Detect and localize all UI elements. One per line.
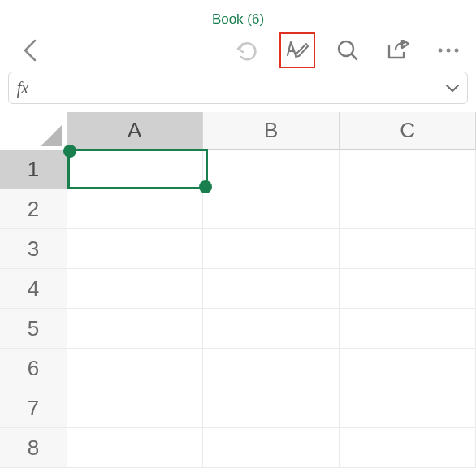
cell-c8[interactable] (340, 428, 476, 468)
svg-point-5 (447, 49, 451, 53)
cell-c5[interactable] (340, 309, 476, 349)
cell-b8[interactable] (203, 428, 340, 468)
cell-c3[interactable] (340, 229, 476, 269)
edit-button[interactable] (285, 39, 309, 62)
cell-a1[interactable] (67, 150, 203, 189)
cell-a6[interactable] (67, 349, 203, 388)
cell-a8[interactable] (67, 428, 203, 468)
cell-b7[interactable] (203, 388, 340, 428)
cell-c2[interactable] (340, 189, 476, 229)
row-header-7[interactable]: 7 (0, 388, 67, 428)
back-button[interactable] (18, 37, 44, 63)
svg-line-2 (352, 54, 357, 59)
svg-marker-7 (41, 125, 62, 146)
row-header-8[interactable]: 8 (0, 428, 67, 468)
formula-input[interactable] (37, 72, 438, 103)
column-header-b[interactable]: B (203, 112, 340, 150)
back-icon (23, 39, 39, 62)
workbook-title: Book (6) (212, 11, 264, 28)
edit-icon (285, 39, 309, 62)
cell-c6[interactable] (340, 349, 476, 388)
undo-button[interactable] (234, 37, 260, 63)
column-header-a[interactable]: A (67, 112, 203, 150)
row-header-2[interactable]: 2 (0, 189, 67, 229)
share-button[interactable] (385, 37, 411, 63)
svg-point-6 (455, 49, 459, 53)
chevron-down-icon (445, 83, 460, 93)
cell-b5[interactable] (203, 309, 340, 349)
row-header-6[interactable]: 6 (0, 349, 67, 388)
cell-c7[interactable] (340, 388, 476, 428)
row-header-4[interactable]: 4 (0, 269, 67, 309)
select-all-icon (41, 125, 62, 146)
spreadsheet: A B C 1 2 3 4 5 (0, 112, 476, 468)
cell-a5[interactable] (67, 309, 203, 349)
search-button[interactable] (335, 37, 361, 63)
row-header-5[interactable]: 5 (0, 309, 67, 349)
edit-highlight (279, 32, 315, 68)
cell-a7[interactable] (67, 388, 203, 428)
cell-b6[interactable] (203, 349, 340, 388)
cell-a4[interactable] (67, 269, 203, 309)
select-all-corner[interactable] (0, 112, 67, 150)
undo-icon (235, 39, 259, 62)
row-header-1[interactable]: 1 (0, 150, 67, 189)
cell-b3[interactable] (203, 229, 340, 269)
svg-point-4 (439, 49, 443, 53)
search-icon (336, 39, 359, 62)
formula-expand-button[interactable] (438, 72, 467, 103)
row-header-3[interactable]: 3 (0, 229, 67, 269)
cell-c4[interactable] (340, 269, 476, 309)
share-icon (386, 40, 410, 61)
cell-c1[interactable] (340, 150, 476, 189)
cell-b1[interactable] (203, 150, 340, 189)
more-button[interactable] (435, 37, 461, 63)
cell-b4[interactable] (203, 269, 340, 309)
column-header-c[interactable]: C (340, 112, 476, 150)
cell-a3[interactable] (67, 229, 203, 269)
fx-label: fx (9, 79, 37, 98)
formula-bar: fx (8, 72, 468, 104)
cell-a2[interactable] (67, 189, 203, 229)
cell-b2[interactable] (203, 189, 340, 229)
more-icon (437, 47, 460, 54)
